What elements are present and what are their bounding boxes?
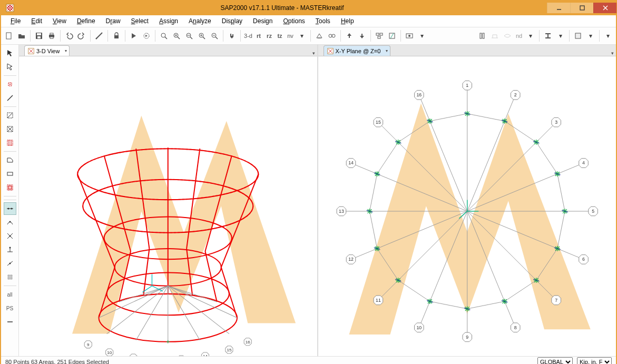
- snap-perpendicular-icon[interactable]: [4, 243, 16, 256]
- translate-tz-button[interactable]: tz: [275, 30, 285, 42]
- print-icon[interactable]: [46, 30, 57, 42]
- tab-dropdown-icon[interactable]: ▾: [65, 48, 67, 53]
- view-pane-xy: X-Y Plane @ Z=0 ▾ ▾ 12345678910111213141…: [317, 45, 616, 356]
- svg-rect-40: [480, 33, 482, 38]
- svg-point-62: [11, 208, 12, 210]
- quick-draw-frame-icon[interactable]: [4, 109, 16, 122]
- menu-options[interactable]: Options: [279, 16, 309, 26]
- save-icon[interactable]: [33, 30, 45, 42]
- coord-system-select[interactable]: GLOBAL: [537, 357, 573, 364]
- zoom-in-icon[interactable]: [196, 30, 208, 42]
- named-display-button[interactable]: nd: [514, 30, 524, 42]
- open-icon[interactable]: [16, 30, 27, 42]
- run-cases-icon[interactable]: [141, 30, 152, 42]
- dropdown-icon[interactable]: ▾: [296, 30, 308, 42]
- lock-icon[interactable]: [111, 30, 122, 42]
- svg-rect-8: [37, 36, 41, 38]
- snap-grid-icon[interactable]: [4, 271, 16, 283]
- svg-rect-35: [380, 33, 383, 35]
- zoom-window-icon[interactable]: [158, 30, 170, 42]
- snap-line-icon[interactable]: [4, 257, 16, 270]
- svg-line-16: [165, 37, 167, 39]
- menu-display[interactable]: Display: [218, 16, 247, 26]
- pan-icon[interactable]: [226, 30, 238, 42]
- svg-rect-11: [50, 37, 53, 38]
- undo-icon[interactable]: [63, 30, 75, 42]
- quick-draw-secondary-icon[interactable]: [4, 136, 16, 149]
- dropdown-icon[interactable]: ▾: [416, 30, 428, 42]
- set-view-icon[interactable]: [386, 30, 398, 42]
- menu-file[interactable]: File: [6, 16, 25, 26]
- tab-dropdown-icon[interactable]: ▾: [386, 48, 388, 53]
- shrink-icon[interactable]: [326, 30, 338, 42]
- canvas-xy[interactable]: 12345678910111213141516: [318, 56, 616, 356]
- statusbar: 80 Points 63 Areas, 251 Edges Selected G…: [1, 356, 616, 365]
- svg-point-69: [9, 247, 11, 249]
- menu-design[interactable]: Design: [249, 16, 277, 26]
- view-3d-button[interactable]: 3-d: [243, 30, 253, 42]
- dropdown-icon[interactable]: ▾: [602, 30, 614, 42]
- draw-rect-area-icon[interactable]: [4, 168, 16, 180]
- svg-line-48: [7, 95, 13, 101]
- units-select[interactable]: Kip, in, F: [577, 357, 612, 364]
- snap-points-icon[interactable]: [4, 202, 16, 215]
- perspective-icon[interactable]: [314, 30, 325, 42]
- svg-text:15: 15: [375, 120, 380, 125]
- canvas-3d[interactable]: 910111213141516: [19, 56, 317, 356]
- rotate-rt-button[interactable]: rt: [254, 30, 263, 42]
- svg-rect-42: [545, 33, 551, 34]
- minimize-button[interactable]: [547, 3, 570, 13]
- menu-assign[interactable]: Assign: [155, 16, 182, 26]
- down-one-level-icon[interactable]: [356, 30, 368, 42]
- rotate-rz-button[interactable]: rz: [265, 30, 274, 42]
- display-options-icon[interactable]: [404, 30, 415, 42]
- pane-dropdown-icon[interactable]: ▾: [312, 51, 315, 56]
- menu-tools[interactable]: Tools: [311, 16, 335, 26]
- up-one-level-icon[interactable]: [344, 30, 355, 42]
- snap-intersect-icon[interactable]: [4, 230, 16, 242]
- reshape-tool-icon[interactable]: [4, 61, 16, 73]
- workarea: all PS 3-D View ▾ ▾: [1, 45, 616, 356]
- quick-draw-area-icon[interactable]: [4, 181, 16, 194]
- pane-dropdown-icon[interactable]: ▾: [611, 51, 614, 56]
- clear-select-icon[interactable]: [4, 316, 16, 328]
- svg-point-30: [329, 34, 332, 37]
- tab-xy-plane[interactable]: X-Y Plane @ Z=0 ▾: [324, 45, 391, 56]
- zoom-extents-icon[interactable]: [171, 30, 182, 42]
- named-view-button[interactable]: nv: [286, 30, 295, 42]
- redo-icon[interactable]: [76, 30, 87, 42]
- draw-special-joint-icon[interactable]: [4, 78, 16, 91]
- object-options-icon[interactable]: [374, 30, 385, 42]
- new-model-icon[interactable]: [3, 30, 15, 42]
- tab-3d-view[interactable]: 3-D View ▾: [24, 45, 70, 56]
- menu-define[interactable]: Define: [73, 16, 100, 26]
- menu-select[interactable]: Select: [127, 16, 153, 26]
- run-analysis-icon[interactable]: [128, 30, 140, 42]
- menu-help[interactable]: Help: [337, 16, 358, 26]
- section-shape-icon[interactable]: [476, 30, 488, 42]
- draw-frame-icon[interactable]: [4, 92, 16, 104]
- area-section-icon[interactable]: [572, 30, 584, 42]
- ibeam-icon[interactable]: [542, 30, 554, 42]
- menu-draw[interactable]: Draw: [102, 16, 125, 26]
- close-button[interactable]: [593, 3, 616, 13]
- svg-point-15: [161, 33, 165, 37]
- zoom-previous-icon[interactable]: [183, 30, 195, 42]
- draw-poly-area-icon[interactable]: [4, 154, 16, 166]
- main-toolbar: 3-d rt rz tz nv ▾ ▾ nd ▾: [1, 27, 616, 45]
- snap-midpoint-icon[interactable]: [4, 216, 16, 229]
- dropdown-icon[interactable]: ▾: [555, 30, 566, 42]
- dropdown-icon[interactable]: ▾: [585, 30, 596, 42]
- menu-view[interactable]: View: [48, 16, 71, 26]
- maximize-button[interactable]: [570, 3, 593, 13]
- refresh-icon[interactable]: [93, 30, 105, 42]
- pointer-tool-icon[interactable]: [4, 47, 16, 60]
- quick-draw-brace-icon[interactable]: [4, 123, 16, 135]
- dropdown-icon[interactable]: ▾: [525, 30, 536, 42]
- zoom-out-icon[interactable]: [209, 30, 220, 42]
- svg-text:13: 13: [338, 209, 344, 214]
- select-all-button[interactable]: all: [4, 288, 16, 301]
- menu-analyze[interactable]: Analyze: [184, 16, 216, 26]
- prev-select-button[interactable]: PS: [4, 302, 16, 314]
- menu-edit[interactable]: Edit: [27, 16, 46, 26]
